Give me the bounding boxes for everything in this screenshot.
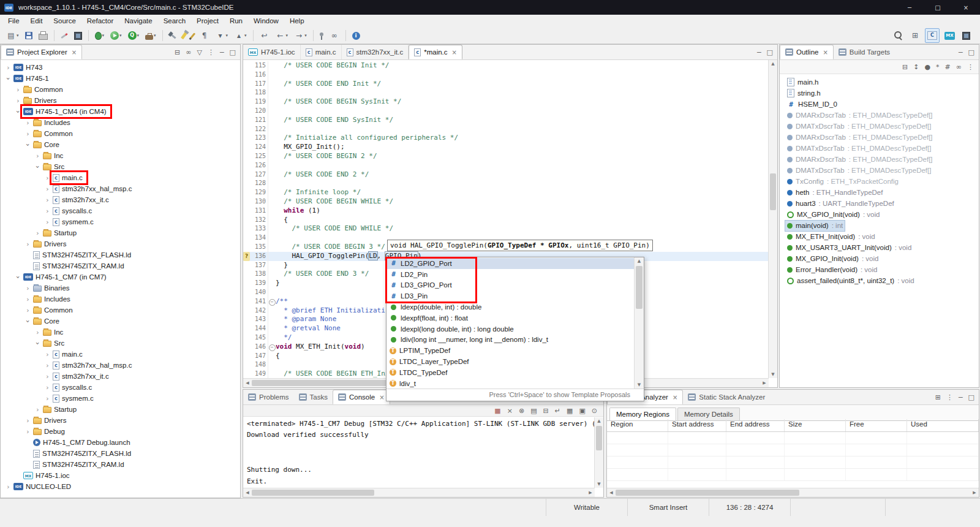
twistie-icon[interactable]: ›: [4, 64, 12, 72]
menu-file[interactable]: File: [2, 15, 25, 28]
outline-item-dmatxdscrtab[interactable]: DMATxDscrTab : ETH_DMADescTypeDef[]: [780, 143, 979, 154]
previous-annotation-button[interactable]: ▴▾: [232, 28, 249, 43]
twistie-icon[interactable]: ›: [24, 428, 32, 436]
subtab-memory-regions[interactable]: Memory Regions: [609, 408, 676, 420]
code-line-122[interactable]: 122: [243, 125, 769, 134]
scroll-down-icon[interactable]: ▼: [769, 371, 777, 378]
tree-item-sysmem-c[interactable]: ›sysmem.c: [1, 393, 240, 404]
device-perspective-button[interactable]: [960, 28, 973, 43]
scroll-left-icon[interactable]: ◀: [607, 489, 616, 496]
tree-item-drivers[interactable]: ›Drivers: [1, 415, 240, 426]
menu-window[interactable]: Window: [248, 15, 284, 28]
view-menu-icon[interactable]: ⋮: [208, 49, 214, 56]
twistie-icon[interactable]: ›: [24, 306, 32, 314]
tree-item-inc[interactable]: ›Inc: [1, 150, 240, 161]
tree-item-src[interactable]: ›Src: [1, 338, 240, 349]
tree-item-inc[interactable]: ›Inc: [1, 327, 240, 338]
outline-item-mx-usart3-uart-init-void[interactable]: MX_USART3_UART_Init(void) : void: [780, 242, 979, 253]
menu-project[interactable]: Project: [191, 15, 224, 28]
autocomplete-item-ldexpl-long-double-int-long-double[interactable]: ldexpl(long double, int) : long double: [386, 324, 635, 335]
scrollbar-thumb[interactable]: [252, 490, 374, 496]
code-line-117[interactable]: 117 /* USER CODE END Init */: [243, 80, 769, 89]
column-header-end-address[interactable]: End address: [726, 419, 785, 431]
tree-item-h745-1-cm4-in-cm4[interactable]: ›H745-1_CM4 (in CM4): [1, 106, 240, 117]
twistie-icon[interactable]: ›: [24, 295, 32, 303]
external-tools-button[interactable]: ▾: [143, 28, 159, 43]
autocomplete-item-ltdc-layer-typedef[interactable]: LTDC_Layer_TypeDef: [386, 356, 635, 367]
outline-item-dmatxdscrtab[interactable]: DMATxDscrTab : ETH_DMADescTypeDef[]: [780, 121, 979, 132]
tree-item-src[interactable]: ›Src: [1, 161, 240, 172]
scroll-right-icon[interactable]: ▶: [586, 489, 595, 496]
dropdown-arrow-icon[interactable]: ▾: [304, 33, 307, 38]
autocomplete-item-ld2-gpio-port[interactable]: LD2_GPIO_Port: [386, 258, 635, 269]
tree-item-stm32h7xx-hal-msp-c[interactable]: ›stm32h7xx_hal_msp.c: [1, 183, 240, 194]
twistie-icon[interactable]: ›: [43, 185, 51, 193]
dropdown-arrow-icon[interactable]: ▾: [286, 33, 288, 38]
console-tab-tasks[interactable]: Tasks: [294, 390, 333, 404]
remove-launch-icon[interactable]: ×: [507, 408, 513, 414]
twistie-icon[interactable]: ›: [43, 373, 51, 381]
twistie-icon[interactable]: ›: [24, 130, 32, 138]
autocomplete-item-ld3-gpio-port[interactable]: LD3_GPIO_Port: [386, 280, 635, 291]
dropdown-arrow-icon[interactable]: ▾: [119, 33, 122, 38]
twistie-icon[interactable]: ›: [34, 229, 42, 237]
pin-editor-button[interactable]: [317, 28, 326, 43]
menu-run[interactable]: Run: [224, 15, 248, 28]
twistie-icon[interactable]: ›: [24, 240, 32, 248]
tree-item-stm32h745zitx-flash-ld[interactable]: STM32H745ZITX_FLASH.ld: [1, 249, 240, 260]
twistie-icon[interactable]: ›: [34, 328, 42, 336]
tree-item-common[interactable]: ›Common: [1, 84, 240, 95]
code-line-116[interactable]: 116: [243, 70, 769, 80]
twistie-icon[interactable]: ›: [14, 108, 22, 116]
outline-item-main-h[interactable]: main.h: [780, 77, 979, 88]
scroll-down-icon[interactable]: ▼: [595, 480, 603, 488]
outline-tab-outline[interactable]: Outline×: [780, 45, 834, 59]
tree-item-startup[interactable]: ›Startup: [1, 227, 240, 238]
menu-search[interactable]: Search: [158, 15, 191, 28]
print-button[interactable]: [36, 28, 50, 43]
forward-button[interactable]: →▾: [292, 28, 309, 43]
code-line-131[interactable]: 131 while (1): [243, 207, 769, 216]
tree-item-sysmem-c[interactable]: ›sysmem.c: [1, 216, 240, 227]
tree-item-common[interactable]: ›Common: [1, 128, 240, 139]
tree-item-syscalls-c[interactable]: ›syscalls.c: [1, 205, 240, 216]
tree-item-binaries[interactable]: ›Binaries: [1, 282, 240, 294]
outline-item-main-void[interactable]: main(void) : int: [780, 220, 979, 231]
code-line-132[interactable]: 132 {: [243, 216, 769, 225]
scroll-up-icon[interactable]: ▲: [769, 60, 777, 67]
fold-collapse-icon[interactable]: −: [269, 344, 276, 351]
clear-console-icon[interactable]: ▤: [530, 408, 537, 414]
insert-mode-indicator[interactable]: Smart Insert: [627, 499, 709, 516]
twistie-icon[interactable]: ›: [43, 218, 51, 226]
view-menu-icon[interactable]: ⋮: [967, 64, 974, 70]
outline-item-txconfig[interactable]: TxConfig : ETH_TxPacketConfig: [780, 176, 979, 187]
code-line-127[interactable]: 127 /* USER CODE END 2 */: [243, 170, 769, 180]
close-icon[interactable]: ×: [823, 49, 827, 56]
hide-fields-icon[interactable]: ●: [925, 64, 931, 70]
column-header-start-address[interactable]: Start address: [668, 419, 726, 431]
sort-icon[interactable]: ↕: [913, 64, 919, 70]
subtab-memory-details[interactable]: Memory Details: [677, 408, 740, 420]
menu-navigate[interactable]: Navigate: [119, 15, 157, 28]
tree-item-h745-1-cm7-in-cm7[interactable]: ›H745-1_CM7 (in CM7): [1, 271, 240, 282]
tree-item-includes[interactable]: ›Includes: [1, 117, 240, 128]
minimize-icon[interactable]: ─: [959, 394, 963, 401]
scroll-up-icon[interactable]: ▲: [635, 257, 644, 265]
tree-item-stm32h7xx-it-c[interactable]: ›stm32h7xx_it.c: [1, 371, 240, 382]
menu-help[interactable]: Help: [284, 15, 310, 28]
link-with-editor-button[interactable]: ∞: [327, 28, 342, 43]
minimize-icon[interactable]: ─: [220, 49, 224, 56]
twistie-icon[interactable]: ›: [34, 152, 42, 160]
collapse-all-icon[interactable]: ⊟: [902, 64, 908, 70]
tree-item-h743[interactable]: ›H743: [1, 62, 240, 73]
code-line-115[interactable]: 115 /* USER CODE BEGIN Init */: [243, 61, 769, 70]
dropdown-arrow-icon[interactable]: ▾: [244, 33, 247, 38]
device-configuration-button[interactable]: [72, 28, 85, 43]
scroll-right-icon[interactable]: ▶: [760, 379, 769, 387]
tree-item-common[interactable]: ›Common: [1, 305, 240, 316]
last-edit-location-button[interactable]: ↩: [257, 28, 272, 43]
tree-item-h745-1-ioc[interactable]: H745-1.ioc: [1, 470, 240, 481]
autocomplete-item-ldexpf-float-int-float[interactable]: ldexpf(float, int) : float: [386, 313, 635, 324]
tree-item-main-c[interactable]: ›main.c: [1, 172, 240, 183]
scroll-up-icon[interactable]: ▲: [595, 417, 603, 425]
